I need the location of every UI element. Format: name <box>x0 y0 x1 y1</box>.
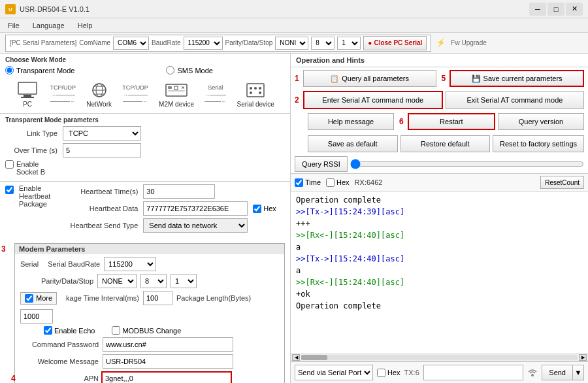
heartbeat-time-input[interactable] <box>143 184 215 199</box>
enable-echo-checkbox[interactable] <box>44 326 52 335</box>
log-line-10: Operation complete <box>296 300 583 312</box>
reset-factory-button[interactable]: Reset to factory settings <box>493 135 584 152</box>
svg-point-22 <box>531 374 534 376</box>
btn-row-3: Save as default Restore default Reset to… <box>291 133 588 155</box>
apn-row: 4 APN <box>20 371 279 383</box>
heartbeat-data-input[interactable] <box>143 201 248 216</box>
cmd-password-row: Command Password <box>20 337 279 352</box>
transparent-mode-option[interactable]: Transparent Mode <box>5 66 74 75</box>
fw-upgrade-button[interactable]: Fw Upgrade <box>451 39 486 46</box>
hex-checkbox[interactable] <box>253 205 261 213</box>
parity-select[interactable]: NONI <box>275 37 308 50</box>
time-checkbox[interactable] <box>295 178 303 187</box>
pkg-length-input[interactable] <box>20 309 53 324</box>
query-rssi-button[interactable]: Query RSSI <box>295 156 348 172</box>
save-current-button[interactable]: 💾 Save current parameters <box>449 70 584 87</box>
h-scroll-thumb <box>301 355 327 360</box>
send-button[interactable]: Send <box>542 365 572 380</box>
link-type-select[interactable]: TCPC <box>63 126 141 141</box>
reset-count-button[interactable]: ResetCount <box>540 176 584 189</box>
restore-default-button[interactable]: Restore default <box>400 135 491 152</box>
parity-select2[interactable]: NONE <box>97 274 137 288</box>
modbus-label[interactable]: MODBUS Change <box>112 326 181 335</box>
maximize-button[interactable]: □ <box>547 3 564 16</box>
scroll-left-btn[interactable]: ◀ <box>292 354 300 361</box>
query-all-button[interactable]: 📋 Query all parameters <box>303 70 436 87</box>
transparent-params-title: Transparent Mode parameters <box>5 116 285 124</box>
log-line-0: Operation complete <box>296 194 583 206</box>
data-bits-select2[interactable]: 8 <box>140 274 167 288</box>
stop-bits-select2[interactable]: 1 <box>171 274 197 288</box>
close-serial-button[interactable]: ● Close PC Serial <box>363 36 427 50</box>
modbus-checkbox[interactable] <box>112 326 120 335</box>
send-btn-group: Send ▼ <box>542 365 584 380</box>
baud-select[interactable]: 115200 <box>184 37 223 50</box>
parity-stop-row: Parity/Data/Stop NONE 8 1 <box>20 274 279 288</box>
query-all-icon: 📋 <box>330 75 339 83</box>
enable-heartbeat-label: EnableHeartbeatPackage <box>19 184 50 208</box>
cmd-password-input[interactable] <box>103 337 233 352</box>
enable-socket-label: EnableSocket B <box>16 160 45 176</box>
close-button[interactable]: ✕ <box>566 3 583 16</box>
serial-baudrate-row: Serial Serial BaudRate 115200 <box>20 257 279 271</box>
svg-point-20 <box>250 92 252 94</box>
data-bits-select[interactable]: 8 <box>311 37 335 50</box>
rssi-slider[interactable] <box>350 159 584 169</box>
hex-check-label[interactable]: Hex <box>253 205 276 213</box>
help-menu[interactable]: Help <box>75 20 95 31</box>
enable-heartbeat-checkbox[interactable] <box>5 186 14 194</box>
operation-hints-header: Operation and Hints <box>291 54 588 67</box>
welcome-msg-row: Welcome Message <box>20 354 279 369</box>
svg-point-21 <box>259 92 261 94</box>
mode-diagram: PC TCP/UDP → ← <box>5 78 285 110</box>
send-input[interactable] <box>423 365 524 380</box>
enable-echo-label[interactable]: Enable Echo <box>44 326 95 335</box>
hex-label: Hex <box>336 178 350 186</box>
stop-bits-select[interactable]: 1 <box>337 37 361 50</box>
over-time-input[interactable]: 5 <box>63 143 141 158</box>
left-panel: Choose Work Mode Transparent Mode SMS Mo… <box>0 54 291 383</box>
sms-mode-radio[interactable] <box>166 66 174 75</box>
hex-send-checkbox[interactable] <box>377 369 385 377</box>
hex-log-checkbox[interactable] <box>326 178 335 187</box>
log-line-5: >>[Tx->][15:24:40][asc] <box>296 253 583 265</box>
send-arrow-button[interactable]: ▼ <box>572 365 584 380</box>
language-menu[interactable]: Language <box>30 20 67 31</box>
heartbeat-send-select[interactable]: Send data to network <box>143 218 248 233</box>
file-menu[interactable]: File <box>5 20 22 31</box>
svg-text:U: U <box>8 7 12 12</box>
sms-mode-option[interactable]: SMS Mode <box>166 66 212 75</box>
heartbeat-data-row: Heartbeat Data Hex <box>66 201 276 216</box>
scroll-right-btn[interactable]: ▶ <box>579 354 587 361</box>
title-bar-left: U USR-DR504-E V1.0.1 <box>5 4 90 14</box>
over-time-row: Over Time (s) 5 <box>5 143 285 158</box>
toolbar: [PC Serial Parameters] ComName COM6 Baud… <box>0 33 588 54</box>
parity-stop-label: Parity/Data/Stop <box>41 277 93 285</box>
hex-send-label[interactable]: Hex <box>377 369 400 377</box>
apn-input[interactable] <box>101 371 232 383</box>
enable-socket-checkbox[interactable] <box>5 160 14 169</box>
log-line-4: a <box>296 241 583 253</box>
close-serial-icon: ● <box>368 39 372 46</box>
query-version-button[interactable]: Query version <box>498 113 584 130</box>
serial-baudrate-select[interactable]: 115200 <box>104 257 156 271</box>
more-checkbox[interactable] <box>25 294 33 303</box>
help-button[interactable]: Help message <box>308 113 394 130</box>
exit-at-button[interactable]: Exit Serial AT command mode <box>446 91 584 109</box>
save-default-button[interactable]: Save as default <box>308 135 398 152</box>
enter-at-button[interactable]: Enter Serial AT command mode <box>303 91 443 109</box>
welcome-msg-input[interactable] <box>103 354 233 369</box>
com-select[interactable]: COM6 <box>113 37 149 50</box>
send-bar: Send via Serial Port Hex TX:6 Send ▼ <box>291 361 588 383</box>
time-check-label[interactable]: Time <box>295 178 321 187</box>
heartbeat-section: EnableHeartbeatPackage Heartbeat Time(s)… <box>0 182 290 241</box>
restart-button[interactable]: Restart <box>408 113 495 130</box>
pkg-interval-input[interactable] <box>143 291 172 305</box>
transparent-mode-radio[interactable] <box>5 66 14 75</box>
num5-label: 5 <box>442 74 446 83</box>
send-port-select[interactable]: Send via Serial Port <box>295 365 373 380</box>
h-scrollbar[interactable]: ◀ ▶ <box>291 354 588 361</box>
m2m-icon <box>165 81 188 99</box>
hex-check-label2[interactable]: Hex <box>326 178 350 187</box>
minimize-button[interactable]: ─ <box>529 3 546 16</box>
